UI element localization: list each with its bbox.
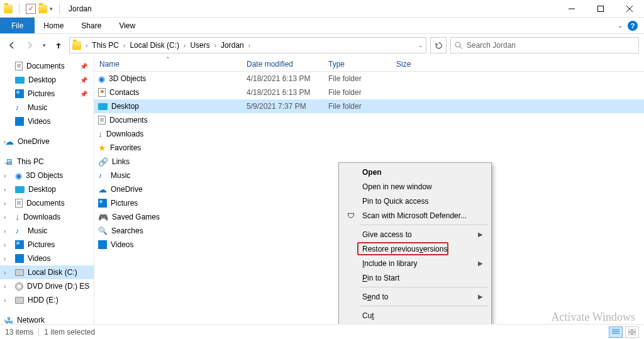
search-input[interactable]: Search Jordan xyxy=(450,37,639,53)
ctx-pin-quick-access[interactable]: Pin to Quick access xyxy=(341,194,489,208)
address-dropdown-icon[interactable]: ⌄ xyxy=(418,42,423,48)
breadcrumb-localdisk[interactable]: Local Disk (C:) xyxy=(127,38,182,53)
ctx-open[interactable]: Open xyxy=(341,165,489,179)
breadcrumb-jordan[interactable]: Jordan xyxy=(218,38,247,53)
breadcrumb-thispc[interactable]: This PC xyxy=(89,38,121,53)
nav-item[interactable]: Documents📌 xyxy=(0,59,94,73)
file-name: Downloads xyxy=(106,130,143,138)
ribbon-tab-home[interactable]: Home xyxy=(35,18,72,33)
ctx-pin-to-start[interactable]: Pin to Start xyxy=(341,270,489,285)
maximize-button[interactable] xyxy=(586,0,615,18)
expand-icon[interactable]: › xyxy=(4,214,6,221)
nav-item[interactable]: Videos xyxy=(0,114,94,128)
expand-icon[interactable]: › xyxy=(4,269,6,276)
network-icon: 🖧 xyxy=(5,316,13,325)
ctx-restore-previous-versions[interactable]: Restore previous versions xyxy=(357,242,448,255)
nav-onedrive[interactable]: ›☁OneDrive xyxy=(0,135,94,148)
ctx-scan-defender[interactable]: 🛡Scan with Microsoft Defender... xyxy=(341,208,489,223)
nav-label: 3D Objects xyxy=(26,171,63,180)
breadcrumb-users[interactable]: Users xyxy=(187,38,212,53)
expand-icon[interactable]: › xyxy=(4,186,6,193)
nav-thispc[interactable]: ⌄🖥This PC xyxy=(0,155,94,169)
back-button[interactable] xyxy=(5,38,19,52)
recent-locations-button[interactable]: ▾ xyxy=(40,38,48,52)
ctx-open-new-window[interactable]: Open in new window xyxy=(341,179,489,194)
expand-icon[interactable]: › xyxy=(4,283,6,290)
ribbon-tab-share[interactable]: Share xyxy=(72,18,110,33)
column-date[interactable]: Date modified xyxy=(242,57,323,71)
expand-icon[interactable]: › xyxy=(4,297,6,304)
nav-item[interactable]: ›Desktop xyxy=(0,182,94,196)
expand-icon[interactable]: › xyxy=(4,172,6,179)
nav-item[interactable]: Desktop📌 xyxy=(0,73,94,87)
expand-icon[interactable]: › xyxy=(4,138,6,145)
ctx-give-access[interactable]: Give access to▶ xyxy=(341,227,489,242)
column-type[interactable]: Type xyxy=(323,57,391,71)
nav-item[interactable]: ›◉3D Objects xyxy=(0,169,94,182)
ctx-send-to[interactable]: Send to▶ xyxy=(341,289,489,304)
refresh-button[interactable] xyxy=(430,37,447,53)
svg-line-5 xyxy=(460,47,462,49)
nav-item[interactable]: ›Documents xyxy=(0,196,94,210)
expand-icon[interactable]: › xyxy=(4,228,6,235)
close-button[interactable] xyxy=(615,0,644,18)
nav-item[interactable]: ›Videos xyxy=(0,252,94,265)
nav-item[interactable]: ›DVD Drive (D:) ES xyxy=(0,279,94,293)
address-folder-icon[interactable] xyxy=(70,38,84,53)
forward-button[interactable] xyxy=(23,38,36,52)
file-row[interactable]: Desktop5/9/2021 7:37 PMFile folder xyxy=(94,99,644,113)
nav-item[interactable]: ›↓Downloads xyxy=(0,210,94,224)
chevron-right-icon[interactable]: › xyxy=(121,38,127,53)
nav-item[interactable]: ›Pictures xyxy=(0,238,94,252)
chevron-right-icon[interactable]: › xyxy=(182,38,187,53)
file-row[interactable]: ★Favorites xyxy=(94,141,644,155)
file-row[interactable]: ◉3D Objects4/18/2021 6:13 PMFile folder xyxy=(94,72,644,86)
titlebar: ✓ ▾ Jordan xyxy=(0,0,644,18)
ribbon-expand-icon[interactable]: ⌄ xyxy=(618,22,623,29)
up-button[interactable] xyxy=(52,38,65,52)
ribbon-tabs: File Home Share View ⌄ ? xyxy=(0,18,644,34)
folder-shortcut-icon[interactable] xyxy=(38,4,47,13)
cloud-icon: ☁ xyxy=(5,136,14,147)
expand-icon[interactable]: › xyxy=(4,255,6,262)
qat-dropdown-icon[interactable]: ▾ xyxy=(50,6,53,12)
nav-item[interactable]: Pictures📌 xyxy=(0,87,94,101)
view-thumbnails-button[interactable] xyxy=(625,326,639,338)
file-row[interactable]: Contacts4/18/2021 6:13 PMFile folder xyxy=(94,86,644,99)
chevron-right-icon[interactable]: › xyxy=(247,38,252,53)
desktop-icon xyxy=(15,186,25,193)
nav-item[interactable]: ›HDD (E:) xyxy=(0,293,94,307)
file-row[interactable]: Documents xyxy=(94,113,644,127)
ctx-cut[interactable]: Cut xyxy=(341,308,489,323)
ribbon-tab-view[interactable]: View xyxy=(110,18,144,33)
file-row[interactable]: ↓Downloads xyxy=(94,127,644,141)
collapse-icon[interactable]: ⌄ xyxy=(4,158,9,165)
expand-icon[interactable]: › xyxy=(4,242,6,248)
address-bar[interactable]: › This PC › Local Disk (C:) › Users › Jo… xyxy=(69,37,426,53)
nav-network[interactable]: ›🖧Network xyxy=(0,313,94,324)
expand-icon[interactable]: › xyxy=(4,317,6,324)
defender-shield-icon: 🛡 xyxy=(346,211,356,220)
view-details-button[interactable] xyxy=(609,326,623,338)
ctx-copy[interactable]: Copy xyxy=(341,323,489,324)
file-type: File folder xyxy=(323,102,391,111)
window-buttons xyxy=(557,0,644,18)
nav-item[interactable]: ›Local Disk (C:) xyxy=(0,265,94,279)
cloud-icon: ☁ xyxy=(98,184,107,194)
navigation-row: ▾ › This PC › Local Disk (C:) › Users › … xyxy=(0,34,644,57)
ribbon-tab-file[interactable]: File xyxy=(0,18,35,33)
chevron-right-icon[interactable]: › xyxy=(213,38,218,53)
status-item-count: 13 items xyxy=(5,328,33,336)
nav-item[interactable]: ♪Music xyxy=(0,101,94,114)
expand-icon[interactable]: › xyxy=(4,200,6,207)
disk-icon xyxy=(15,297,24,304)
music-icon: ♪ xyxy=(15,103,24,112)
column-size[interactable]: Size xyxy=(391,57,436,71)
checkbox-icon[interactable]: ✓ xyxy=(26,4,36,14)
chevron-right-icon[interactable]: › xyxy=(84,38,89,53)
ctx-include-in-library[interactable]: Include in library▶ xyxy=(341,256,489,270)
separator xyxy=(59,4,60,14)
minimize-button[interactable] xyxy=(557,0,586,18)
nav-item[interactable]: ›♪Music xyxy=(0,224,94,238)
help-icon[interactable]: ? xyxy=(628,21,638,31)
